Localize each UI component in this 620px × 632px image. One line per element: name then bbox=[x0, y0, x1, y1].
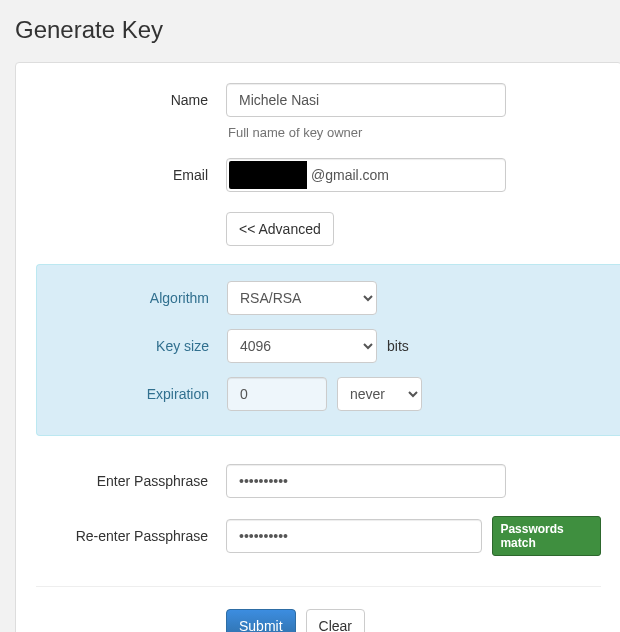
algorithm-label: Algorithm bbox=[37, 290, 227, 306]
algorithm-select[interactable]: RSA/RSA bbox=[227, 281, 377, 315]
name-label: Name bbox=[36, 92, 226, 108]
advanced-toggle-button[interactable]: << Advanced bbox=[226, 212, 334, 246]
email-label: Email bbox=[36, 167, 226, 183]
enter-passphrase-input[interactable] bbox=[226, 464, 506, 498]
clear-button[interactable]: Clear bbox=[306, 609, 365, 632]
name-input[interactable] bbox=[226, 83, 506, 117]
row-expiration: Expiration never bbox=[37, 377, 620, 411]
submit-button[interactable]: Submit bbox=[226, 609, 296, 632]
passwords-match-badge: Passwords match bbox=[492, 516, 601, 556]
email-redacted-block bbox=[229, 161, 307, 189]
page-title: Generate Key bbox=[15, 16, 620, 44]
row-email: Email bbox=[16, 158, 620, 192]
actions-row: Submit Clear bbox=[206, 609, 620, 632]
keysize-label: Key size bbox=[37, 338, 227, 354]
name-help-text: Full name of key owner bbox=[206, 125, 620, 140]
divider bbox=[36, 586, 601, 587]
enter-passphrase-label: Enter Passphrase bbox=[36, 473, 226, 489]
advanced-section: Algorithm RSA/RSA Key size 4096 bits Exp bbox=[36, 264, 620, 436]
row-algorithm: Algorithm RSA/RSA bbox=[37, 281, 620, 315]
row-name: Name bbox=[16, 83, 620, 117]
row-reenter-passphrase: Re-enter Passphrase Passwords match bbox=[16, 516, 620, 556]
expiration-label: Expiration bbox=[37, 386, 227, 402]
row-enter-passphrase: Enter Passphrase bbox=[16, 464, 620, 498]
row-keysize: Key size 4096 bits bbox=[37, 329, 620, 363]
form-panel: Name Full name of key owner Email << Adv… bbox=[15, 62, 620, 632]
keysize-unit: bits bbox=[387, 338, 409, 354]
keysize-select[interactable]: 4096 bbox=[227, 329, 377, 363]
expiration-unit-select[interactable]: never bbox=[337, 377, 422, 411]
reenter-passphrase-input[interactable] bbox=[226, 519, 482, 553]
expiration-input[interactable] bbox=[227, 377, 327, 411]
reenter-passphrase-label: Re-enter Passphrase bbox=[36, 528, 226, 544]
